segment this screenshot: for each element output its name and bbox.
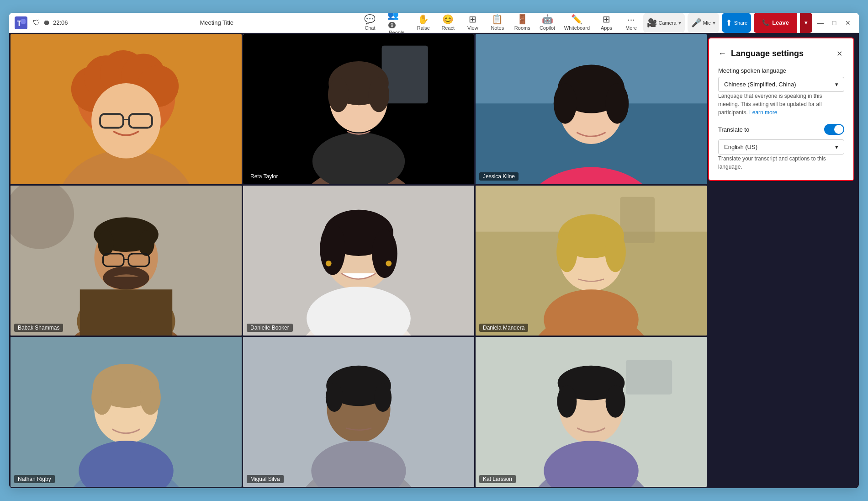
toolbar-right: 🎥 Camera ▾ 🎤 Mic ▾ ⬆ Share 📞 Leave ▾ — □ (643, 13, 853, 33)
raise-label: Raise (417, 25, 430, 31)
view-label: View (467, 25, 478, 31)
copilot-icon: 🤖 (542, 15, 553, 24)
svg-point-22 (369, 77, 390, 112)
language-settings-panel: ← Language settings ✕ Meeting spoken lan… (708, 37, 854, 181)
spoken-language-value: Chinese (Simplified, China) (724, 81, 796, 88)
spoken-language-chevron-icon: ▾ (835, 81, 838, 88)
chat-icon: 💬 (364, 15, 376, 24)
more-button[interactable]: ··· More (619, 13, 643, 33)
video-tile-2: Reta Taylor (243, 34, 474, 184)
tile-4-name: Babak Shammas (14, 324, 63, 332)
svg-point-29 (554, 83, 577, 124)
video-grid: Reta Taylor (9, 33, 708, 488)
maximize-button[interactable]: □ (829, 17, 840, 28)
leave-chevron-icon: ▾ (804, 19, 808, 26)
spoken-language-dropdown[interactable]: Chinese (Simplified, China) ▾ (718, 77, 844, 92)
back-button[interactable]: ← (718, 49, 726, 59)
apps-button[interactable]: ⊞ Apps (595, 13, 619, 33)
close-button[interactable]: ✕ (842, 17, 853, 28)
svg-point-42 (103, 266, 149, 290)
svg-point-88 (606, 385, 625, 418)
video-tile-3: Jessica Kline (476, 34, 707, 184)
apps-icon: ⊞ (603, 15, 610, 24)
svg-point-51 (372, 229, 397, 278)
translate-to-label: Translate to (718, 126, 749, 133)
chat-label: Chat (365, 25, 375, 31)
copilot-label: Copilot (540, 25, 555, 31)
leave-button[interactable]: 📞 Leave (754, 13, 797, 33)
people-icon: 👥9 (387, 13, 406, 28)
video-tile-5: Danielle Booker (243, 186, 474, 336)
view-icon: ⊞ (469, 15, 476, 24)
window-title: Meeting Title (75, 19, 358, 26)
svg-point-52 (326, 261, 332, 266)
svg-rect-44 (80, 289, 172, 336)
minimize-button[interactable]: — (815, 17, 826, 28)
leave-label: Leave (772, 19, 789, 26)
panel-title: Language settings (731, 49, 804, 59)
view-button[interactable]: ⊞ View (461, 13, 485, 33)
mic-button[interactable]: 🎤 Mic ▾ (688, 13, 719, 33)
video-tile-8: Migual Silva (243, 337, 474, 487)
tile-6-name: Daniela Mandera (479, 324, 528, 332)
react-label: React (441, 25, 455, 31)
video-tile-6: Daniela Mandera (476, 186, 707, 336)
svg-point-70 (140, 380, 161, 415)
mic-icon: 🎤 (691, 18, 701, 28)
tile-5-name: Danielle Booker (247, 324, 293, 332)
notes-label: Notes (491, 25, 504, 31)
app-window: T 🛡 ⏺ 22:06 Meeting Title 💬 Chat 👥9 Peop… (9, 13, 859, 488)
panel-close-button[interactable]: ✕ (835, 48, 844, 60)
react-button[interactable]: 😊 React (436, 13, 460, 33)
share-button[interactable]: ⬆ Share (722, 13, 751, 33)
svg-point-62 (605, 232, 626, 272)
camera-button[interactable]: 🎥 Camera ▾ (643, 13, 685, 33)
svg-rect-2 (21, 19, 26, 24)
translate-language-dropdown[interactable]: English (US) ▾ (718, 139, 844, 155)
tile-7-name: Nathan Rigby (14, 475, 55, 483)
whiteboard-label: Whiteboard (564, 25, 590, 31)
tile-8-name: Migual Silva (247, 475, 284, 483)
time-group: 🛡 ⏺ 22:06 (33, 19, 68, 27)
svg-point-21 (328, 77, 349, 112)
chat-button[interactable]: 💬 Chat (358, 13, 382, 33)
share-label: Share (734, 20, 747, 26)
translate-toggle[interactable] (824, 124, 844, 135)
translate-to-section: Translate to English (US) ▾ Translate yo… (718, 124, 844, 171)
translate-language-chevron-icon: ▾ (835, 144, 838, 150)
copilot-button[interactable]: 🤖 Copilot (535, 13, 559, 33)
svg-text:T: T (17, 20, 21, 27)
share-icon: ⬆ (725, 18, 732, 28)
panel-header-left: ← Language settings (718, 49, 804, 59)
video-tile-7: Nathan Rigby (11, 337, 242, 487)
svg-point-50 (320, 223, 345, 275)
whiteboard-button[interactable]: ✏️ Whiteboard (560, 13, 593, 33)
title-bar: T 🛡 ⏺ 22:06 Meeting Title 💬 Chat 👥9 Peop… (9, 13, 859, 33)
rooms-icon: 🚪 (517, 15, 528, 24)
raise-button[interactable]: ✋ Raise (412, 13, 435, 33)
tile-9-name: Kat Larsson (479, 475, 516, 483)
svg-point-11 (91, 83, 161, 158)
camera-chevron-icon: ▾ (678, 20, 681, 26)
people-count: 9 (388, 22, 396, 28)
svg-point-30 (606, 83, 629, 124)
rooms-label: Rooms (514, 25, 530, 31)
main-content: Reta Taylor (9, 33, 859, 488)
rooms-button[interactable]: 🚪 Rooms (510, 13, 535, 33)
tile-3-name: Jessica Kline (479, 172, 519, 181)
raise-icon: ✋ (418, 15, 429, 24)
camera-icon: 🎥 (647, 18, 657, 28)
more-label: More (625, 25, 637, 31)
learn-more-link[interactable]: Learn more (749, 109, 777, 116)
svg-point-69 (91, 380, 112, 415)
record-icon: ⏺ (43, 19, 50, 27)
time-display: 22:06 (53, 19, 68, 26)
svg-rect-82 (626, 360, 672, 394)
tile-2-name: Reta Taylor (247, 172, 281, 181)
video-tile-1 (11, 34, 242, 184)
notes-button[interactable]: 📋 Notes (486, 13, 509, 33)
spoken-language-help: Language that everyone is speaking in th… (718, 92, 844, 117)
leave-chevron-button[interactable]: ▾ (800, 13, 812, 33)
react-icon: 😊 (442, 15, 454, 24)
svg-point-61 (556, 232, 577, 272)
